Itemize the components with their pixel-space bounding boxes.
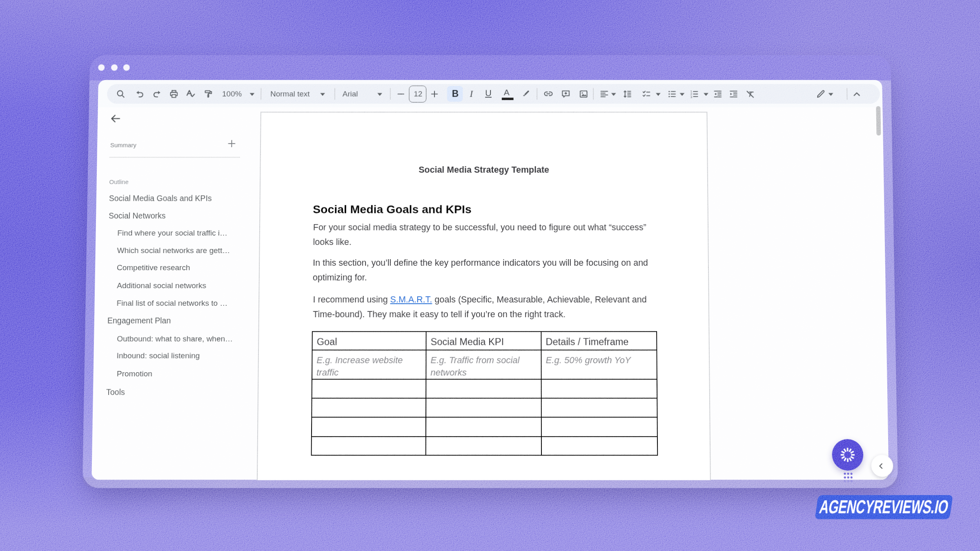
svg-text:3: 3 (690, 95, 692, 99)
